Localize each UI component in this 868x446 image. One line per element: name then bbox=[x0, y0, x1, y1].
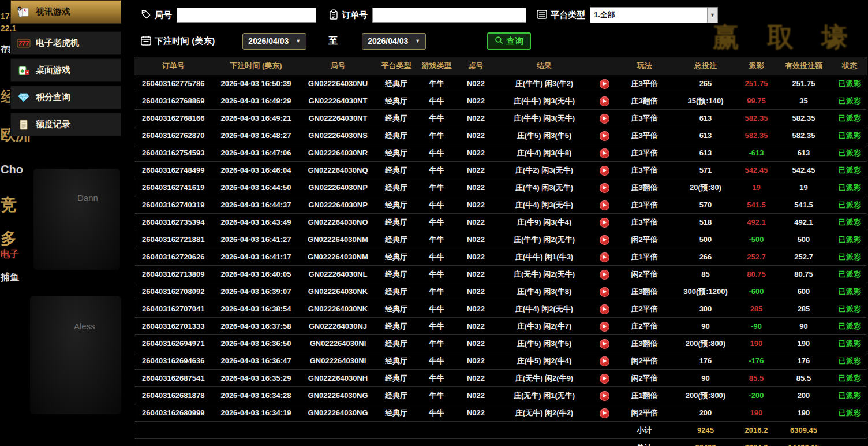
diamond-icon bbox=[17, 93, 31, 102]
cell-valid-bet: 200 bbox=[775, 387, 833, 404]
cell-status: 已派彩 bbox=[833, 404, 867, 422]
cell-valid-bet: 190 bbox=[775, 404, 833, 422]
play-icon: ▶ bbox=[603, 116, 607, 121]
cell-replay: ▶ bbox=[594, 370, 616, 387]
replay-button[interactable]: ▶ bbox=[600, 183, 609, 193]
play-icon: ▶ bbox=[603, 203, 607, 207]
replay-button[interactable]: ▶ bbox=[600, 79, 609, 89]
replay-button[interactable]: ▶ bbox=[600, 166, 609, 176]
cell-payout: 190 bbox=[738, 404, 775, 422]
bet-time-label-group: 下注时间 (美东) bbox=[141, 35, 215, 47]
header-platform-type: 平台类型 bbox=[376, 57, 417, 75]
play-icon: ▶ bbox=[603, 307, 607, 311]
play-icon: ▶ bbox=[603, 324, 607, 329]
cell-round-number: GN022264030NI bbox=[300, 352, 376, 370]
cell-game-type: 牛牛 bbox=[417, 214, 457, 231]
platform-type-select[interactable]: 1.全部 ▼ bbox=[590, 7, 718, 23]
cell-play-method: 庄3翻倍 bbox=[616, 92, 674, 110]
replay-button[interactable]: ▶ bbox=[600, 339, 609, 349]
svg-text:777: 777 bbox=[18, 40, 29, 47]
replay-button[interactable]: ▶ bbox=[600, 114, 609, 124]
play-icon: ▶ bbox=[603, 411, 607, 415]
cell-payout: 492.1 bbox=[738, 214, 775, 231]
replay-button[interactable]: ▶ bbox=[600, 408, 609, 418]
cell-order-number: 260403162775786 bbox=[134, 75, 212, 92]
cell-platform-type: 经典厅 bbox=[376, 387, 417, 404]
cell-status: 已派彩 bbox=[833, 110, 867, 127]
sidebar-item-slots[interactable]: 777 电子老虎机 bbox=[10, 31, 121, 55]
chevron-down-icon: ▼ bbox=[295, 38, 301, 44]
cell-play-method: 庄1翻倍 bbox=[616, 387, 674, 404]
cell-replay: ▶ bbox=[594, 110, 616, 127]
cell-replay: ▶ bbox=[594, 266, 616, 283]
total-total-bet: 20492 bbox=[674, 439, 738, 446]
cell-order-number: 260403162680999 bbox=[134, 404, 212, 422]
cell-status: 已派彩 bbox=[833, 283, 867, 300]
replay-button[interactable]: ▶ bbox=[600, 235, 609, 245]
bg-dealer-name-fragment: Dann bbox=[77, 193, 98, 203]
sidebar-item-video-games[interactable]: 9 9 视讯游戏 bbox=[10, 0, 121, 24]
header-status: 状态 bbox=[833, 57, 867, 75]
replay-button[interactable]: ▶ bbox=[600, 356, 609, 366]
replay-button[interactable]: ▶ bbox=[600, 96, 609, 106]
cell-replay: ▶ bbox=[594, 214, 616, 231]
cell-replay: ▶ bbox=[594, 352, 616, 370]
cell-game-type: 牛牛 bbox=[417, 352, 457, 370]
cell-valid-bet: 582.35 bbox=[775, 127, 833, 144]
replay-button[interactable]: ▶ bbox=[600, 200, 609, 210]
cell-round-number: GN022264030NM bbox=[300, 231, 376, 248]
cell-replay: ▶ bbox=[594, 144, 616, 162]
replay-button[interactable]: ▶ bbox=[600, 287, 609, 297]
cell-table-number: N022 bbox=[457, 162, 495, 179]
cell-game-type: 牛牛 bbox=[417, 266, 457, 283]
replay-button[interactable]: ▶ bbox=[600, 374, 609, 384]
table-row: 260403162694636 2026-04-03 16:36:47 GN02… bbox=[134, 352, 867, 370]
cell-order-number: 260403162694636 bbox=[134, 352, 212, 370]
cell-bet-time: 2026-04-03 16:37:58 bbox=[212, 318, 300, 335]
total-row: 总计 20492 2984.9 14406.15 bbox=[134, 439, 867, 446]
replay-button[interactable]: ▶ bbox=[600, 218, 609, 228]
cell-round-number: GN022264030NP bbox=[300, 179, 376, 196]
sidebar-item-label: 额度记录 bbox=[36, 119, 70, 130]
cell-total-bet: 300 bbox=[674, 300, 738, 318]
replay-button[interactable]: ▶ bbox=[600, 252, 609, 262]
replay-button[interactable]: ▶ bbox=[600, 304, 609, 314]
records-table-container: 订单号 下注时间 (美东) 局号 平台类型 游戏类型 桌号 结果 玩法 总投注 … bbox=[134, 57, 867, 446]
replay-button[interactable]: ▶ bbox=[600, 322, 609, 332]
cell-total-bet: 200(预:800) bbox=[674, 335, 738, 352]
search-button[interactable]: 查询 bbox=[487, 32, 531, 50]
table-row: 260403162713809 2026-04-03 16:40:05 GN02… bbox=[134, 266, 867, 283]
svg-text:9: 9 bbox=[24, 9, 26, 13]
round-number-input[interactable] bbox=[177, 8, 316, 23]
cell-payout: 542.45 bbox=[738, 162, 775, 179]
order-number-input[interactable] bbox=[372, 8, 526, 23]
replay-button[interactable]: ▶ bbox=[600, 270, 609, 280]
replay-button[interactable]: ▶ bbox=[600, 391, 609, 401]
cell-valid-bet: 541.5 bbox=[775, 196, 833, 214]
cell-table-number: N022 bbox=[457, 75, 495, 92]
cell-replay: ▶ bbox=[594, 162, 616, 179]
cell-platform-type: 经典厅 bbox=[376, 352, 417, 370]
cell-total-bet: 570 bbox=[674, 196, 738, 214]
cell-platform-type: 经典厅 bbox=[376, 144, 417, 162]
cell-table-number: N022 bbox=[457, 300, 495, 318]
cell-result: 庄(牛4) 闲3(无牛) bbox=[495, 179, 594, 196]
date-from-picker[interactable]: 2026/04/03 ▼ bbox=[242, 33, 306, 50]
sidebar-item-points-query[interactable]: 积分查询 bbox=[10, 86, 121, 109]
cell-total-bet: 200(预:800) bbox=[674, 387, 738, 404]
cell-payout: -500 bbox=[738, 231, 775, 248]
cell-replay: ▶ bbox=[594, 75, 616, 92]
sidebar-item-table-games[interactable]: ♣ 桌面游戏 bbox=[10, 58, 121, 82]
cell-valid-bet: 90 bbox=[775, 318, 833, 335]
cell-total-bet: 176 bbox=[674, 352, 738, 370]
cell-order-number: 260403162713809 bbox=[134, 266, 212, 283]
replay-button[interactable]: ▶ bbox=[600, 131, 609, 141]
cell-platform-type: 经典厅 bbox=[376, 370, 417, 387]
sidebar-item-quota-records[interactable]: 额度记录 bbox=[10, 113, 121, 136]
date-to-picker[interactable]: 2026/04/03 ▼ bbox=[362, 33, 426, 50]
cell-status: 已派彩 bbox=[833, 214, 867, 231]
cell-result: 庄(牛4) 闲2(无牛) bbox=[495, 300, 594, 318]
play-icon: ▶ bbox=[603, 255, 607, 259]
replay-button[interactable]: ▶ bbox=[600, 148, 609, 158]
sidebar-item-label: 积分查询 bbox=[36, 92, 70, 103]
